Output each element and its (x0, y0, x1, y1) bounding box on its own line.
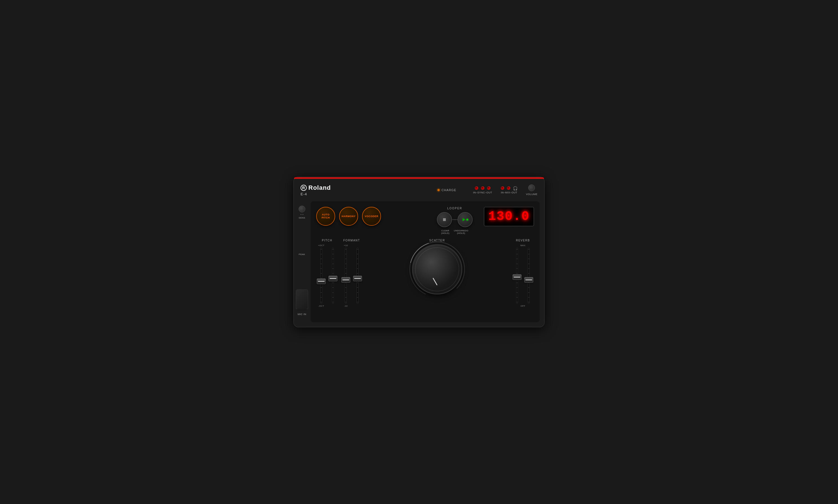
charge-label: CHARGE (441, 188, 456, 192)
scatter-knob[interactable] (412, 244, 462, 294)
reverb-slider-container-2 (524, 248, 534, 304)
mic-label: MIC IN (298, 313, 306, 316)
undo-label: UNDO/REDO (454, 229, 468, 232)
pitch-slider-group-2: x (328, 244, 338, 307)
formant-section-label: FORMANT (343, 239, 360, 242)
mic-section: MIC IN (296, 289, 308, 316)
charge-led (438, 189, 440, 191)
bpm-display: 130.0 (484, 207, 534, 226)
mic-plug (296, 289, 308, 309)
record-led (466, 219, 468, 220)
volume-label: VOLUME (526, 193, 537, 196)
reverb-slider-handle[interactable] (513, 274, 521, 280)
device-body: R Roland E-4 CHARGE IN–SYNC–OUT (293, 177, 545, 327)
volume-knob[interactable] (528, 184, 535, 191)
pitch-slider-group: +OCT (316, 244, 326, 307)
formant-slider-group-2: x (353, 244, 363, 307)
pitch-slider-pair: +OCT (316, 244, 338, 307)
clear-sub-label: (HOLD) (441, 232, 449, 234)
sens-dot-1 (301, 214, 302, 215)
reverb-slider-ticks-2 (528, 248, 529, 303)
sens-label: SENS (298, 217, 305, 219)
brand-name: Roland (308, 184, 331, 192)
looper-label: LOOPER (447, 207, 462, 210)
top-bar: R Roland E-4 CHARGE IN–SYNC–OUT (294, 179, 544, 201)
play-icon (463, 218, 465, 221)
pitch-section-label: PITCH (322, 239, 332, 242)
sens-control: SENS (298, 206, 305, 219)
in-sync-jack-3 (487, 186, 491, 190)
pitch-slider-section: PITCH +OCT (316, 239, 338, 307)
bpm-value: 130.0 (488, 210, 530, 223)
main-bottom-row: PITCH +OCT (316, 239, 534, 317)
pitch-slider-handle-2[interactable] (328, 276, 338, 281)
formant-slider-pair: +10 (341, 244, 363, 307)
model-number: E-4 (301, 192, 331, 196)
pitch-slider-container-2 (328, 248, 338, 304)
vocoder-label: VOCODER (364, 215, 378, 218)
formant-slider-handle[interactable] (341, 277, 350, 283)
in-sync-jack-2 (481, 186, 485, 190)
main-panel: AUTOPITCH HARMONY VOCODER LOOPER (311, 201, 540, 322)
formant-top-label: +10 (344, 244, 348, 247)
clear-label-group: CLEAR (HOLD) (441, 229, 449, 234)
formant-slider-container-2 (353, 248, 363, 304)
formant-slider-track (345, 248, 347, 304)
in-sync-jack-1 (475, 186, 479, 190)
undo-sub-label: (HOLD) (454, 232, 468, 234)
in-mix-jack-1 (500, 186, 504, 190)
left-panel: SENS PEAK MIC IN (294, 201, 310, 322)
connectors-group: IN–SYNC–OUT 🎧 IN–MIX–OUT VOLUME (473, 184, 537, 196)
reverb-slider-container-1 (512, 248, 522, 304)
reverb-section-label: REVERB (516, 239, 530, 242)
headphone-icon: 🎧 (513, 186, 518, 191)
main-top-row: AUTOPITCH HARMONY VOCODER LOOPER (316, 207, 534, 234)
undo-label-group: UNDO/REDO (HOLD) (454, 229, 468, 234)
pitch-slider-handle[interactable] (317, 278, 326, 284)
auto-pitch-label: AUTOPITCH (322, 213, 330, 219)
sens-dot-2 (303, 214, 303, 215)
reverb-bottom-label: OFF (521, 305, 526, 307)
pitch-slider-track (320, 248, 322, 304)
in-mix-out-label: IN–MIX–OUT (501, 191, 517, 194)
reverb-slider-handle-2[interactable] (524, 277, 533, 283)
brand-logo: R Roland (301, 184, 331, 192)
looper-clear-button[interactable] (437, 212, 452, 227)
formant-slider-section: FORMANT +10 (341, 239, 363, 307)
harmony-label: HARMONY (342, 215, 356, 218)
peak-label: PEAK (298, 253, 305, 256)
reverb-slider-pair (512, 248, 534, 304)
pitch-top-label: +OCT (318, 244, 325, 247)
vocoder-button[interactable]: VOCODER (362, 207, 381, 226)
clear-label: CLEAR (441, 229, 449, 232)
in-sync-out-label: IN–SYNC–OUT (473, 191, 492, 194)
formant-slider-group: +10 (341, 244, 351, 307)
sens-dots (301, 214, 303, 215)
in-mix-jack-2 (507, 186, 511, 190)
scatter-knob-wrapper (412, 244, 462, 294)
pitch-slider-container (316, 248, 326, 304)
looper-play-button[interactable] (458, 212, 473, 227)
branding: R Roland E-4 (301, 184, 331, 196)
knob-indicator (433, 278, 438, 285)
roland-r-icon: R (301, 185, 307, 191)
formant-bottom-label: -10 (344, 305, 347, 307)
reverb-slider-section: REVERB MAX (512, 239, 534, 307)
formant-slider-handle-2[interactable] (353, 276, 362, 281)
reverb-slider-track-2 (528, 248, 530, 304)
formant-slider-ticks (345, 248, 346, 303)
harmony-button[interactable]: HARMONY (339, 207, 358, 226)
effect-buttons: AUTOPITCH HARMONY VOCODER (316, 207, 381, 226)
in-sync-out-section: IN–SYNC–OUT (473, 186, 492, 194)
reverb-slider-group: MAX (512, 244, 534, 307)
in-mix-out-section: 🎧 IN–MIX–OUT (500, 186, 518, 194)
auto-pitch-button[interactable]: AUTOPITCH (316, 207, 335, 226)
pitch-slider-ticks (321, 248, 322, 303)
volume-section: VOLUME (526, 184, 537, 196)
stop-icon (443, 218, 446, 221)
pitch-bottom-label: -OCT (319, 305, 324, 307)
looper-connector (452, 219, 458, 220)
play-container (462, 218, 468, 221)
looper-section: LOOPER CLEAR ( (437, 207, 473, 234)
sens-knob[interactable] (298, 206, 305, 212)
